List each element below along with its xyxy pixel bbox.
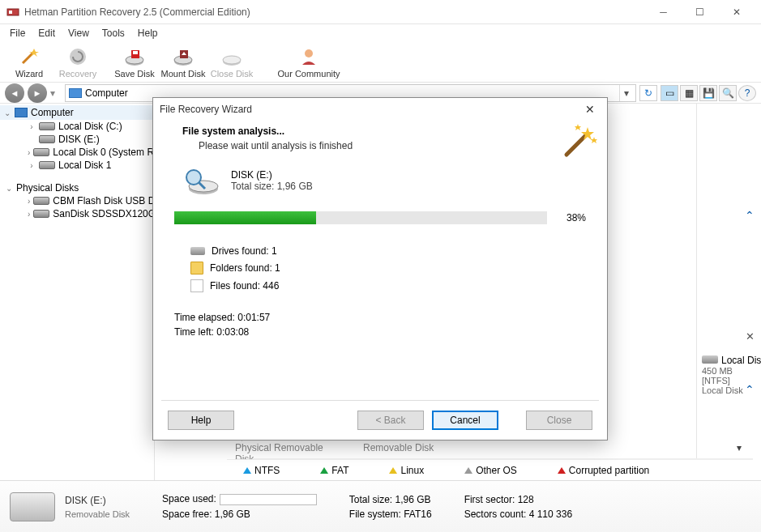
wand-icon xyxy=(18,45,41,68)
save-disk-label: Save Disk xyxy=(114,69,155,79)
svg-line-15 xyxy=(566,134,588,155)
drive-icon xyxy=(190,247,205,255)
collapse-up-icon[interactable]: ⌃ xyxy=(745,383,755,396)
status-disk-name: DISK (E:) xyxy=(65,495,130,506)
statusbar: DISK (E:) Removable Disk Space used: Spa… xyxy=(0,480,761,532)
disk-icon xyxy=(33,197,49,205)
help-button[interactable]: Help xyxy=(168,411,234,430)
svg-marker-17 xyxy=(591,137,597,143)
chevron-right-icon[interactable]: › xyxy=(28,122,36,131)
community-button[interactable]: Our Community xyxy=(272,43,345,82)
computer-icon xyxy=(15,108,28,117)
tree-disk-e[interactable]: DISK (E:) xyxy=(0,133,154,146)
disk-icon xyxy=(33,148,49,156)
legend-fat: FAT xyxy=(320,465,348,476)
nav-forward-button[interactable]: ► xyxy=(28,83,47,103)
menu-tools[interactable]: Tools xyxy=(96,26,131,40)
tree-computer-header[interactable]: ⌄ Computer xyxy=(0,105,154,120)
mount-disk-icon xyxy=(172,45,195,68)
dialog-header: File system analysis... Please wait unti… xyxy=(153,121,607,160)
mount-disk-label: Mount Disk xyxy=(160,69,205,79)
status-disk-type: Removable Disk xyxy=(65,509,130,519)
refresh-button[interactable]: ↻ xyxy=(639,85,657,101)
back-button: < Back xyxy=(357,411,424,430)
menu-edit[interactable]: Edit xyxy=(32,26,62,40)
dialog-title: File Recovery Wizard xyxy=(160,104,579,115)
titlebar: Hetman Partition Recovery 2.5 (Commercia… xyxy=(0,0,761,24)
tree-panel: ⌄ Computer ›Local Disk (C:) DISK (E:) ›L… xyxy=(0,104,154,480)
progress-bar xyxy=(174,211,547,224)
dialog-close-button[interactable]: ✕ xyxy=(579,101,601,117)
tree-local-1[interactable]: ›Local Disk 1 xyxy=(0,159,154,172)
partition-legend: NTFS FAT Linux Other OS Corrupted partit… xyxy=(227,459,753,480)
progress-fill xyxy=(174,211,316,224)
tree-local-c[interactable]: ›Local Disk (C:) xyxy=(0,120,154,133)
recovery-button[interactable]: Recovery xyxy=(53,43,102,82)
chevron-right-icon[interactable]: › xyxy=(28,161,36,170)
tree-sandisk[interactable]: ›SanDisk SDSSDX120GG25 xyxy=(0,207,154,220)
collapse-up-icon[interactable]: ⌃ xyxy=(745,209,755,222)
folders-found-row: Folders found: 1 xyxy=(190,262,586,275)
menu-file[interactable]: File xyxy=(3,26,32,40)
chevron-right-icon[interactable]: › xyxy=(28,148,30,157)
close-disk-icon xyxy=(220,45,243,68)
expand-icon[interactable]: ⌄ xyxy=(3,109,11,117)
view-mode-2[interactable]: ▦ xyxy=(680,85,698,101)
dialog-disk-info: DISK (E:) Total size: 1,96 GB xyxy=(181,166,586,195)
menu-view[interactable]: View xyxy=(62,26,96,40)
close-button[interactable]: ✕ xyxy=(718,1,755,23)
save-disk-icon xyxy=(123,45,146,68)
wizard-button[interactable]: Wizard xyxy=(5,43,53,82)
close-preview-button[interactable]: ✕ xyxy=(746,330,755,343)
tree-physical-header[interactable]: ⌄ Physical Disks xyxy=(0,181,154,194)
legend-other: Other OS xyxy=(464,465,517,476)
chevron-right-icon[interactable]: › xyxy=(28,210,30,219)
maximize-button[interactable]: ☐ xyxy=(682,1,718,23)
dialog-subheading: Please wait until analysis is finished xyxy=(182,140,602,151)
progress-row: 38% xyxy=(174,211,586,224)
dialog-heading: File system analysis... xyxy=(182,126,602,137)
recovery-icon xyxy=(66,45,89,68)
status-total-size: Total size: 1,96 GB xyxy=(349,494,432,505)
dialog-buttons: Help < Back Cancel Close xyxy=(153,401,607,440)
community-icon xyxy=(297,45,320,68)
app-icon xyxy=(6,6,19,19)
expand-icon[interactable]: ⌄ xyxy=(5,184,13,193)
tree-cbm[interactable]: ›CBM Flash Disk USB Device xyxy=(0,194,154,207)
recovery-label: Recovery xyxy=(59,69,96,79)
found-list: Drives found: 1 Folders found: 1 Files f… xyxy=(190,245,586,292)
preview-panel: ⌃ ✕ Local Disk 1 450 MB [NTFS] Local Dis… xyxy=(696,104,761,480)
legend-ntfs: NTFS xyxy=(243,465,280,476)
drives-found-row: Drives found: 1 xyxy=(190,245,586,257)
legend-corrupted: Corrupted partition xyxy=(558,465,649,476)
space-used-bar xyxy=(220,494,317,505)
wizard-label: Wizard xyxy=(15,69,43,79)
view-mode-1[interactable]: ▭ xyxy=(661,85,678,101)
cancel-button[interactable]: Cancel xyxy=(432,411,498,430)
menubar: File Edit View Tools Help xyxy=(0,24,761,42)
toolbar: Wizard Recovery Save Disk Mount Disk Clo… xyxy=(0,42,761,83)
disk-icon xyxy=(39,161,55,169)
minimize-button[interactable]: ─ xyxy=(645,1,682,23)
nav-back-button[interactable]: ◄ xyxy=(5,83,24,103)
svg-rect-8 xyxy=(133,51,138,54)
time-left: Time left: 0:03:08 xyxy=(174,326,586,338)
close-disk-button[interactable]: Close Disk xyxy=(207,43,256,82)
search-button[interactable]: 🔍 xyxy=(719,85,737,101)
tree-local-0[interactable]: ›Local Disk 0 (System Reserved) xyxy=(0,146,154,159)
app-title: Hetman Partition Recovery 2.5 (Commercia… xyxy=(24,6,645,18)
community-label: Our Community xyxy=(277,69,340,79)
chevron-right-icon[interactable]: › xyxy=(28,197,30,206)
status-space-used: Space used: xyxy=(162,493,317,505)
menu-help[interactable]: Help xyxy=(131,26,165,40)
nav-history-dropdown[interactable]: ▾ xyxy=(50,87,62,99)
address-dropdown[interactable]: ▾ xyxy=(619,85,632,101)
view-mode-3[interactable]: 💾 xyxy=(699,85,717,101)
help-button[interactable]: ? xyxy=(738,85,756,101)
computer-icon xyxy=(69,88,82,98)
save-disk-button[interactable]: Save Disk xyxy=(110,43,159,82)
mount-disk-button[interactable]: Mount Disk xyxy=(159,43,207,82)
disk-icon xyxy=(39,122,55,130)
folder-icon xyxy=(190,262,203,275)
strip-dropdown-icon[interactable]: ▾ xyxy=(737,442,753,453)
